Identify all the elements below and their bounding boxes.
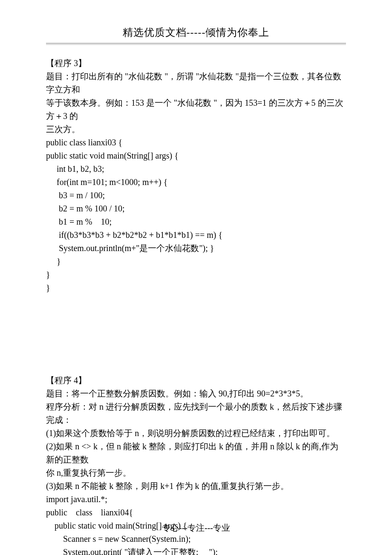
program3-code-2: int b1, b2, b3; <box>46 162 346 176</box>
section-spacer <box>46 295 346 374</box>
program4-code-1: public class lianxi04{ <box>46 506 346 519</box>
page-footer: 专心---专注---专业 <box>0 521 392 535</box>
program3-code-9: } <box>46 255 346 268</box>
program3-code-8: System.out.println(m+"是一个水仙花数"); } <box>46 242 346 255</box>
program4-desc-5: 你 n,重复执行第一步。 <box>46 466 346 480</box>
program3-desc-2: 等于该数本身。例如：153 是一个 "水仙花数 "，因为 153=1 的三次方＋… <box>46 96 346 123</box>
program4-code-0: import java.util.*; <box>46 493 346 506</box>
program3-code-11: } <box>46 281 346 295</box>
page-header: 精选优质文档-----倾情为你奉上 <box>46 25 346 40</box>
program4-desc-1: 题目：将一个正整数分解质因数。例如：输入 90,打印出 90=2*3*3*5。 <box>46 387 346 400</box>
program3-code-4: b3 = m / 100; <box>46 189 346 202</box>
program4-desc-4: (2)如果 n <> k，但 n 能被 k 整除，则应打印出 k 的值，并用 n… <box>46 440 346 466</box>
program4-title: 【程序 4】 <box>46 374 346 387</box>
program3-title: 【程序 3】 <box>46 57 346 70</box>
program3-desc-1: 题目：打印出所有的 "水仙花数 "，所谓 "水仙花数 "是指一个三位数，其各位数… <box>46 70 346 96</box>
program3-code-10: } <box>46 268 346 281</box>
program3-code-1: public static void main(String[] args) { <box>46 149 346 162</box>
document-content: 【程序 3】 题目：打印出所有的 "水仙花数 "，所谓 "水仙花数 "是指一个三… <box>46 57 346 555</box>
program4-code-4: System.out.print( "请键入一个正整数: "); <box>46 546 346 555</box>
program3-code-3: for(int m=101; m<1000; m++) { <box>46 176 346 189</box>
program4-desc-3: (1)如果这个质数恰等于 n，则说明分解质因数的过程已经结束，打印出即可。 <box>46 427 346 440</box>
program3-desc-3: 三次方。 <box>46 123 346 136</box>
program3-code-6: b1 = m % 10; <box>46 215 346 228</box>
header-divider <box>46 43 346 44</box>
program3-code-0: public class lianxi03 { <box>46 136 346 149</box>
program3-code-5: b2 = m % 100 / 10; <box>46 202 346 215</box>
program3-code-7: if((b3*b3*b3 + b2*b2*b2 + b1*b1*b1) == m… <box>46 228 346 242</box>
program4-desc-6: (3)如果 n 不能被 k 整除，则用 k+1 作为 k 的值,重复执行第一步。 <box>46 480 346 493</box>
program4-desc-2: 程序分析：对 n 进行分解质因数，应先找到一个最小的质数 k，然后按下述步骤完成… <box>46 400 346 427</box>
